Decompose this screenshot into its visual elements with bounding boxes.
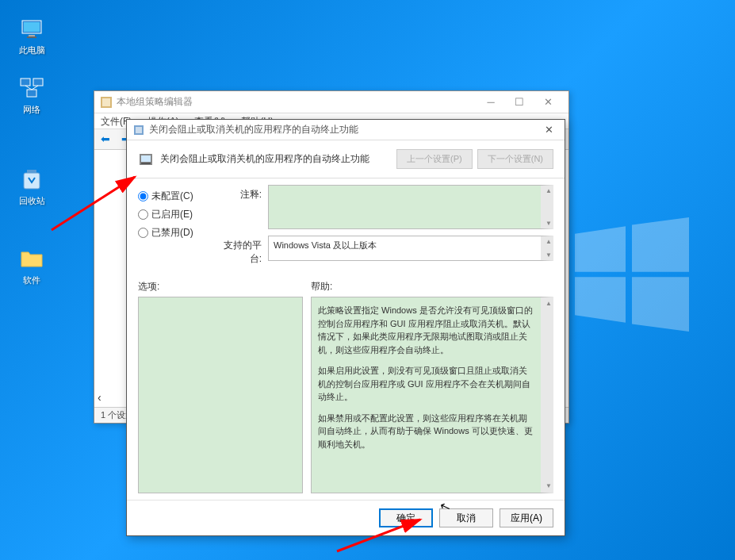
- svg-rect-9: [24, 173, 40, 189]
- network-icon: [19, 75, 44, 101]
- config-state-radios: 未配置(C) 已启用(E) 已禁用(D): [138, 185, 208, 272]
- ok-button[interactable]: 确定: [379, 508, 433, 527]
- comment-label: 注释:: [219, 185, 268, 229]
- options-panel: [138, 297, 303, 493]
- desktop-icon-recycle-bin[interactable]: 回收站: [8, 167, 56, 207]
- minimize-button[interactable]: ─: [477, 94, 505, 110]
- gpedit-title: 本地组策略编辑器: [117, 95, 477, 109]
- help-paragraph: 此策略设置指定 Windows 是否允许没有可见顶级窗口的控制台应用程序和 GU…: [318, 304, 534, 356]
- radio-disabled[interactable]: 已禁用(D): [138, 226, 208, 240]
- svg-rect-4: [21, 79, 30, 86]
- gpedit-app-icon: [101, 97, 112, 108]
- options-label: 选项:: [138, 280, 311, 293]
- desktop-icon-label: 网络: [8, 104, 56, 116]
- svg-rect-2: [29, 35, 35, 36]
- policy-setting-dialog: 关闭会阻止或取消关机的应用程序的自动终止功能 ✕ 关闭会阻止或取消关机的应用程序…: [126, 119, 565, 536]
- setting-name-label: 关闭会阻止或取消关机的应用程序的自动终止功能: [160, 152, 390, 166]
- desktop-icon-label: 此电脑: [8, 44, 56, 56]
- supported-label: 支持的平台:: [219, 236, 268, 266]
- desktop-icon-label: 软件: [8, 274, 56, 286]
- dialog-close-button[interactable]: ✕: [534, 121, 563, 140]
- radio-enabled-input[interactable]: [138, 209, 148, 220]
- computer-icon: [19, 16, 44, 41]
- radio-label: 未配置(C): [151, 190, 193, 203]
- recycle-bin-icon: [19, 167, 44, 192]
- desktop-icon-label: 回收站: [8, 195, 56, 207]
- svg-rect-3: [27, 36, 36, 38]
- help-panel[interactable]: 此策略设置指定 Windows 是否允许没有可见顶级窗口的控制台应用程序和 GU…: [311, 297, 553, 493]
- radio-disabled-input[interactable]: [138, 228, 148, 238]
- svg-rect-17: [141, 163, 151, 164]
- radio-enabled[interactable]: 已启用(E): [138, 208, 208, 221]
- svg-rect-6: [27, 90, 36, 97]
- desktop-icon-software-folder[interactable]: 软件: [8, 246, 56, 286]
- radio-not-configured-input[interactable]: [138, 191, 148, 201]
- gpedit-titlebar[interactable]: 本地组策略编辑器 ─ ☐ ✕: [94, 91, 568, 113]
- folder-icon: [19, 246, 44, 271]
- svg-line-8: [32, 86, 38, 90]
- help-paragraph: 如果禁用或不配置此设置，则这些应用程序将在关机期间自动终止，从而有助于确保 Wi…: [318, 412, 534, 451]
- svg-rect-14: [136, 127, 142, 133]
- svg-rect-10: [27, 170, 36, 173]
- dialog-button-row: 确定 取消 应用(A): [127, 500, 565, 535]
- svg-rect-12: [102, 98, 110, 106]
- desktop-icon-network[interactable]: 网络: [8, 75, 56, 116]
- gpedit-sidebar[interactable]: ‹: [94, 150, 128, 407]
- close-button[interactable]: ✕: [534, 94, 562, 110]
- radio-label: 已启用(E): [151, 208, 193, 221]
- apply-button[interactable]: 应用(A): [500, 508, 553, 527]
- tree-collapse-icon[interactable]: ‹: [98, 391, 101, 404]
- help-paragraph: 如果启用此设置，则没有可见顶级窗口且阻止或取消关机的控制台应用程序或 GUI 应…: [318, 364, 534, 404]
- dialog-header-row: 关闭会阻止或取消关机的应用程序的自动终止功能 上一个设置(P) 下一个设置(N): [127, 140, 565, 178]
- nav-back-icon[interactable]: ⬅: [101, 132, 115, 147]
- svg-rect-5: [33, 79, 43, 86]
- maximize-button[interactable]: ☐: [505, 94, 534, 110]
- windows-logo-watermark: [568, 211, 695, 338]
- dialog-titlebar[interactable]: 关闭会阻止或取消关机的应用程序的自动终止功能 ✕: [127, 120, 565, 140]
- dialog-title: 关闭会阻止或取消关机的应用程序的自动终止功能: [149, 123, 534, 136]
- svg-rect-1: [24, 22, 40, 32]
- supported-platform-text: Windows Vista 及以上版本: [274, 240, 377, 250]
- desktop-icon-this-pc[interactable]: 此电脑: [8, 16, 56, 56]
- comment-textarea[interactable]: [268, 185, 553, 229]
- previous-setting-button[interactable]: 上一个设置(P): [396, 149, 473, 169]
- svg-line-7: [25, 86, 32, 90]
- svg-rect-16: [141, 155, 151, 162]
- policy-setting-icon: [138, 152, 154, 167]
- supported-platform-box: Windows Vista 及以上版本: [268, 236, 553, 261]
- next-setting-button[interactable]: 下一个设置(N): [477, 149, 553, 169]
- radio-not-configured[interactable]: 未配置(C): [138, 190, 208, 203]
- radio-label: 已禁用(D): [151, 226, 193, 240]
- help-label: 帮助:: [311, 280, 553, 293]
- policy-icon: [133, 125, 144, 136]
